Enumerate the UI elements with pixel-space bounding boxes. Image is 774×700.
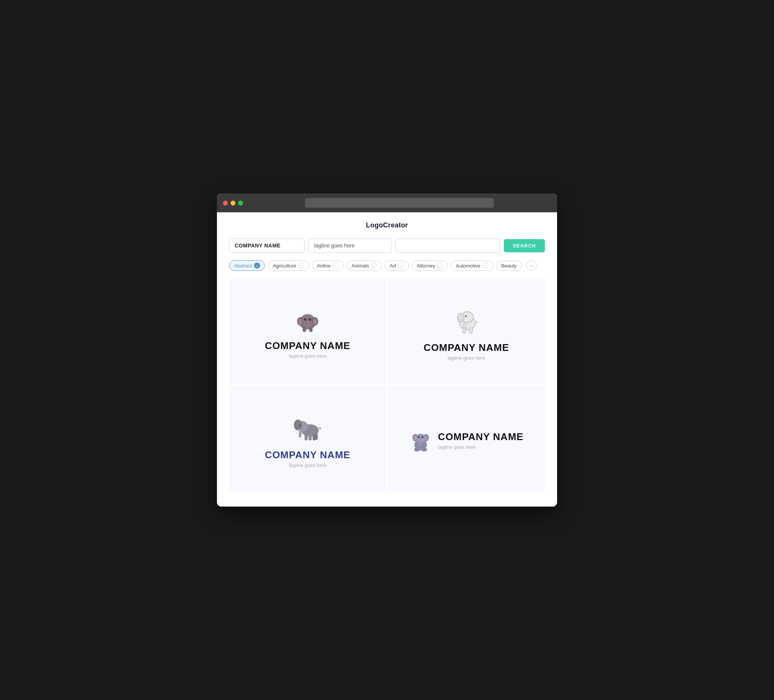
svg-point-5	[313, 319, 317, 325]
logo-grid: COMPANY NAME tagline goes here	[229, 278, 545, 492]
filter-next-button[interactable]: →	[526, 260, 537, 271]
svg-rect-23	[304, 434, 308, 441]
filter-label: Agriculture	[273, 263, 296, 269]
svg-point-4	[299, 319, 303, 325]
logo-tagline-4: tagline goes here	[438, 444, 476, 450]
traffic-lights	[223, 201, 243, 205]
close-button[interactable]	[223, 201, 228, 205]
filter-chip-airline[interactable]: Airline ✓	[312, 260, 344, 271]
check-icon: ✓	[398, 262, 404, 269]
svg-point-6	[304, 318, 306, 320]
filter-bar: Abstract ✓ Agriculture ✓ Airline ✓ Anima…	[229, 260, 545, 271]
tagline-input[interactable]	[308, 238, 392, 253]
maximize-button[interactable]	[238, 201, 243, 205]
logo-icon-2	[451, 305, 481, 336]
check-icon: ✓	[254, 262, 260, 269]
filter-chip-attorney[interactable]: Attorney ✓	[412, 260, 448, 271]
logo-text-2: COMPANY NAME tagline goes here	[423, 342, 509, 361]
app-content: LogoCreator SEARCH Abstract ✓ Agricultur…	[217, 212, 557, 507]
titlebar	[217, 193, 557, 212]
svg-rect-10	[303, 327, 306, 332]
filter-label: Abstract	[234, 263, 252, 269]
logo-tagline-2: tagline goes here	[448, 355, 485, 361]
svg-point-27	[299, 424, 301, 426]
check-icon: ✓	[482, 262, 488, 269]
svg-point-18	[466, 315, 466, 316]
logo-text-1: COMPANY NAME tagline goes here	[265, 340, 351, 359]
filter-label: Animals	[351, 263, 369, 269]
check-icon: ✓	[437, 262, 443, 269]
svg-point-14	[457, 313, 464, 322]
minimize-button[interactable]	[230, 201, 235, 205]
filter-chip-automotive[interactable]: Automotive ✓	[451, 260, 493, 271]
svg-point-34	[424, 436, 428, 440]
logo-company-name-2: COMPANY NAME	[423, 342, 509, 353]
logo-company-name-1: COMPANY NAME	[265, 340, 351, 352]
check-icon: ✓	[332, 262, 339, 269]
svg-point-39	[419, 437, 420, 438]
search-bar: SEARCH	[229, 238, 545, 253]
svg-rect-16	[470, 328, 472, 333]
svg-point-41	[414, 447, 420, 452]
extra-input[interactable]	[395, 238, 500, 253]
check-icon: ✓	[298, 262, 304, 269]
logo-card-2[interactable]: COMPANY NAME tagline goes here	[388, 278, 545, 384]
check-icon: ✓	[371, 262, 377, 269]
svg-rect-15	[463, 328, 466, 333]
filter-chip-agriculture[interactable]: Agriculture ✓	[268, 260, 309, 271]
svg-point-7	[309, 318, 311, 320]
svg-point-17	[465, 315, 467, 317]
filter-chip-animals[interactable]: Animals ✓	[347, 260, 382, 271]
svg-point-8	[305, 319, 306, 320]
logo-text-3: COMPANY NAME tagline goes here	[265, 449, 351, 468]
logo-icon-1	[294, 307, 321, 334]
logo-text-4: COMPANY NAME tagline goes here	[438, 431, 523, 450]
logo-card-4[interactable]: COMPANY NAME tagline goes here	[388, 386, 545, 492]
svg-point-40	[422, 437, 423, 438]
logo-company-name-3: COMPANY NAME	[265, 449, 351, 461]
svg-rect-26	[315, 434, 318, 440]
filter-label: Art	[390, 263, 396, 269]
search-button[interactable]: SEARCH	[504, 239, 545, 253]
browser-window: LogoCreator SEARCH Abstract ✓ Agricultur…	[217, 193, 557, 507]
company-name-input[interactable]	[229, 238, 304, 253]
filter-label: Attorney	[417, 263, 435, 269]
svg-point-9	[310, 319, 311, 320]
svg-point-28	[300, 424, 301, 425]
app-title: LogoCreator	[229, 221, 545, 229]
filter-label: Beauty	[501, 263, 516, 269]
svg-rect-11	[309, 327, 313, 332]
logo-icon-3	[293, 413, 323, 443]
filter-label: Airline	[317, 263, 331, 269]
svg-rect-24	[309, 434, 312, 441]
svg-point-36	[422, 439, 425, 441]
logo-tagline-3: tagline goes here	[289, 462, 326, 468]
logo-company-name-4: COMPANY NAME	[438, 431, 523, 443]
svg-point-38	[422, 436, 423, 438]
logo-tagline-1: tagline goes here	[289, 353, 326, 359]
filter-chip-abstract[interactable]: Abstract ✓	[229, 260, 265, 271]
svg-point-37	[418, 436, 420, 438]
logo-card-3[interactable]: COMPANY NAME tagline goes here	[229, 386, 386, 492]
filter-chip-art[interactable]: Art ✓	[385, 260, 409, 271]
svg-point-32	[413, 436, 417, 440]
logo-icon-4	[409, 429, 432, 452]
filter-label: Automotive	[456, 263, 480, 269]
address-bar[interactable]	[305, 198, 494, 208]
filter-chip-beauty[interactable]: Beauty	[496, 261, 521, 271]
svg-point-35	[417, 439, 420, 441]
svg-point-42	[422, 447, 427, 452]
logo-card-1[interactable]: COMPANY NAME tagline goes here	[229, 278, 386, 384]
